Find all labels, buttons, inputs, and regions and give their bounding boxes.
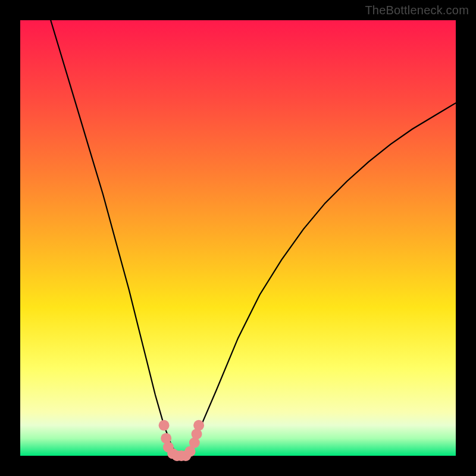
chart-svg <box>20 20 456 456</box>
highlight-marker <box>193 420 204 431</box>
bottleneck-curve <box>51 20 456 456</box>
chart-frame: TheBottleneck.com <box>0 0 476 476</box>
highlight-markers <box>159 420 205 461</box>
highlight-marker <box>159 420 170 431</box>
plot-area <box>20 20 456 456</box>
watermark-text: TheBottleneck.com <box>365 4 469 17</box>
